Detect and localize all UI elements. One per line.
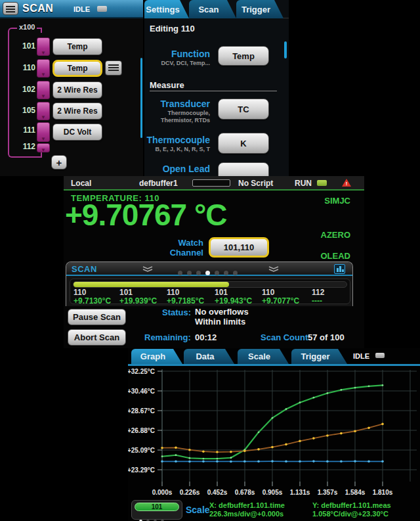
swipe-header[interactable]: SCAN: [66, 262, 352, 276]
indicator-azero: AZERO: [321, 230, 351, 240]
double-chevron-icon[interactable]: [268, 266, 280, 273]
watch-label: Channel: [138, 248, 203, 258]
trace-pager-dots[interactable]: [137, 514, 166, 521]
tab-graph[interactable]: Graph: [131, 349, 182, 364]
status-line: Within limits: [195, 317, 245, 327]
script-indicator[interactable]: No Script: [238, 179, 273, 188]
channel-relay-block[interactable]: ▼: [37, 122, 50, 142]
scan-progress-fill: [74, 282, 229, 287]
watch-channel-button[interactable]: 101,110: [209, 237, 269, 258]
chevron-down-icon: ▼: [37, 137, 49, 142]
tab-settings[interactable]: Settings: [144, 0, 189, 18]
scrollbar[interactable]: [284, 41, 287, 58]
channel-settings-panel: Settings Scan Trigger Editing 110 Functi…: [144, 0, 289, 176]
scan-count-value: 57 of 100: [308, 332, 345, 342]
run-indicator[interactable]: RUN: [295, 179, 312, 188]
status-label: Status:: [162, 307, 191, 317]
graph-shortcut-icon[interactable]: [334, 264, 345, 274]
channel-function-button-selected[interactable]: Temp: [52, 60, 102, 77]
svg-text:+25.09°C: +25.09°C: [128, 447, 155, 454]
svg-text:+26.88°C: +26.88°C: [128, 427, 155, 434]
double-chevron-icon[interactable]: [142, 266, 154, 273]
indicator-simjc: SIMJC: [324, 196, 350, 206]
warning-icon[interactable]: !: [342, 179, 351, 187]
channel-number: 111: [16, 125, 35, 135]
remaining-label: Remaining:: [144, 332, 191, 342]
transducer-label: Transducer: [144, 99, 210, 109]
svg-text:+32.25°C: +32.25°C: [128, 368, 155, 375]
graph-plot[interactable]: +32.25°C+30.46°C+28.67°C+26.88°C+25.09°C…: [128, 368, 420, 499]
transducer-sublabel: Thermistor, RTDs: [144, 117, 210, 124]
channel-number: 105: [16, 106, 35, 115]
home-panel: Local defbuffer1 No Script RUN ! TEMPERA…: [64, 176, 364, 348]
instrument-state: IDLE: [74, 5, 90, 13]
tab-underline: [128, 364, 420, 366]
tab-data[interactable]: Data: [184, 349, 234, 364]
run-flag-icon: [317, 180, 327, 186]
active-buffer[interactable]: defbuffer1: [139, 179, 178, 188]
watch-label: Watch: [138, 238, 203, 248]
chevron-down-icon: ▼: [37, 72, 49, 78]
svg-text:0.678s: 0.678s: [235, 489, 255, 496]
abort-scan-button[interactable]: Abort Scan: [68, 329, 126, 346]
channel-function-button[interactable]: 2 Wire Res: [52, 81, 102, 99]
pause-scan-button[interactable]: Pause Scan: [68, 309, 126, 325]
channel-function-button[interactable]: DC Volt: [52, 124, 102, 141]
menu-icon[interactable]: [3, 2, 18, 15]
svg-text:1.584s: 1.584s: [345, 489, 366, 496]
status-line: No overflows: [195, 307, 249, 317]
swipe-pager-dots[interactable]: [175, 266, 240, 278]
measure-section-label: Measure: [150, 80, 184, 90]
channel-relay-block[interactable]: ▼: [37, 102, 50, 120]
channel-function-button[interactable]: Temp: [52, 38, 102, 55]
svg-text:1.357s: 1.357s: [318, 489, 338, 496]
idle-flag-icon: [97, 6, 107, 12]
svg-text:1.131s: 1.131s: [290, 489, 310, 496]
tab-scan[interactable]: Scan: [189, 0, 236, 18]
chevron-down-icon: ▼: [37, 94, 49, 99]
channel-relay-block[interactable]: ▼: [37, 81, 50, 99]
scan-reading: 112----: [312, 288, 324, 306]
x-axis-info: X: defbuffer1.101.time226.3ms/div@+0.000…: [209, 501, 311, 518]
thermocouple-value-button[interactable]: K: [218, 133, 269, 154]
svg-text:+30.46°C: +30.46°C: [128, 388, 155, 395]
svg-text:0.000s: 0.000s: [152, 489, 173, 496]
editing-label: Editing 110: [150, 24, 195, 34]
swipe-title: SCAN: [72, 264, 97, 274]
channel-menu-icon[interactable]: [105, 60, 122, 76]
scan-setup-panel: SCAN IDLE x100 101 ▼ Temp 110 ▼ Temp 102…: [0, 0, 143, 176]
function-label: Function: [144, 49, 210, 59]
channel-relay-block[interactable]: ▼: [37, 143, 50, 152]
tab-trigger[interactable]: Trigger: [236, 0, 284, 18]
channel-function-button[interactable]: 2 Wire Res: [52, 102, 102, 120]
function-sublabel: DCV, DCI, Temp...: [144, 60, 210, 66]
channel-number: 102: [16, 85, 35, 94]
scrollbar[interactable]: [140, 58, 142, 138]
channel-relay-block[interactable]: ▼: [37, 37, 50, 56]
tab-scale[interactable]: Scale: [238, 349, 289, 364]
scale-button[interactable]: Scale: [186, 505, 210, 515]
channel-relay-block[interactable]: ▼: [37, 59, 50, 78]
scan-reading: 110+9.7130°C: [74, 288, 111, 306]
thermocouple-sublabel: B, E, J, K, N, R, S, T: [144, 146, 210, 152]
channel-number: 110: [16, 63, 35, 72]
channel-number: 101: [16, 41, 35, 51]
section-divider: [150, 91, 277, 91]
transducer-sublabel: Thermocouple,: [144, 110, 210, 116]
channel-multiplier: x100: [17, 23, 37, 31]
scan-count-label: Scan Count:: [261, 332, 311, 342]
open-lead-value-button[interactable]: [218, 162, 269, 176]
status-bar: Local defbuffer1 No Script RUN !: [64, 176, 364, 191]
add-channel-button[interactable]: +: [51, 155, 67, 170]
scan-reading: 101+19.939°C: [119, 288, 157, 306]
function-value-button[interactable]: Temp: [218, 46, 269, 66]
scan-setup-header: SCAN IDLE: [0, 0, 143, 18]
comm-mode[interactable]: Local: [71, 179, 91, 188]
trace-legend[interactable]: 101: [131, 500, 182, 520]
active-trace-badge[interactable]: 101: [135, 503, 179, 511]
remaining-value: 00:12: [195, 332, 217, 342]
buffer-gauge[interactable]: [192, 179, 230, 187]
transducer-value-button[interactable]: TC: [218, 99, 269, 120]
svg-text:0.452s: 0.452s: [207, 489, 228, 496]
tab-trigger[interactable]: Trigger: [291, 349, 347, 364]
